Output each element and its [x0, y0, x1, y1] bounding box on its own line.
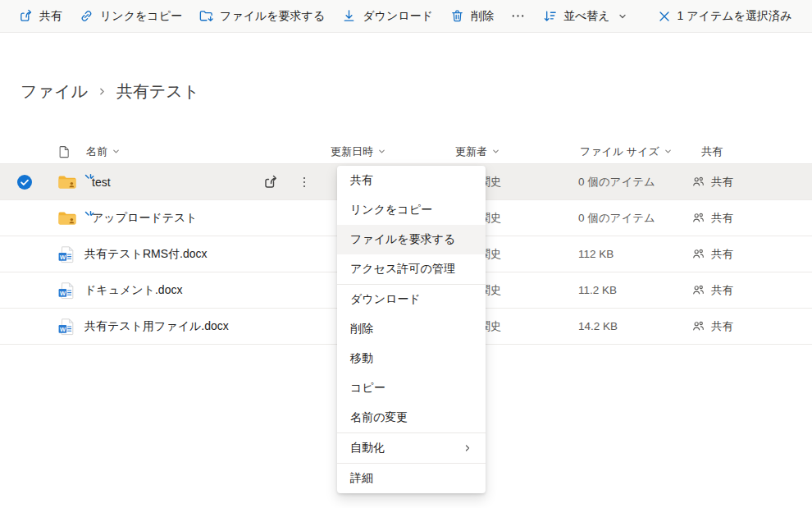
file-name-cell[interactable]: test: [84, 176, 258, 189]
sharing-status-label: 共有: [711, 211, 733, 226]
new-item-badge-icon: [84, 173, 94, 181]
file-name[interactable]: 共有テストRMS付.docx: [84, 247, 208, 262]
people-icon: [691, 283, 705, 297]
file-icon-cell: W: [57, 281, 84, 300]
download-button-label: ダウンロード: [363, 9, 433, 24]
file-name-cell[interactable]: アップロードテスト: [84, 211, 258, 226]
chevron-down-icon: [112, 147, 121, 156]
sharing-cell[interactable]: 共有: [685, 175, 812, 190]
context-menu-item[interactable]: アクセス許可の管理: [337, 254, 486, 284]
people-icon: [691, 175, 705, 189]
context-menu-item[interactable]: ファイルを要求する: [337, 225, 486, 254]
context-menu-item-label: ファイルを要求する: [350, 232, 455, 247]
sharing-cell[interactable]: 共有: [685, 247, 812, 262]
sharing-cell[interactable]: 共有: [685, 211, 812, 226]
context-menu-item-label: リンクをコピー: [350, 203, 432, 217]
people-icon: [691, 211, 705, 225]
column-header-modified[interactable]: 更新日時: [317, 144, 451, 159]
view-options-button[interactable]: [803, 2, 812, 30]
shared-folder-icon: [57, 210, 77, 227]
file-icon-cell: W: [57, 245, 84, 263]
sharing-status-label: 共有: [711, 175, 733, 190]
context-menu-item-label: ダウンロード: [350, 292, 421, 307]
delete-button-label: 削除: [471, 9, 494, 24]
command-bar-right: 並べ替え 1 アイテムを選択済み: [534, 2, 812, 30]
context-menu-item[interactable]: 共有: [337, 166, 486, 195]
file-size-cell: 0 個のアイテム: [570, 175, 685, 190]
delete-button[interactable]: 削除: [441, 2, 502, 30]
row-share-icon[interactable]: [262, 174, 279, 190]
context-menu-item-label: アクセス許可の管理: [350, 262, 455, 277]
chevron-right-icon: [463, 443, 472, 453]
more-commands-button[interactable]: [502, 2, 534, 30]
file-size-cell: 11.2 KB: [570, 284, 685, 296]
command-bar: 共有 リンクをコピー ファイルを要求する ダウンロード 削除 並べ替え 1 アイ…: [0, 0, 812, 33]
chevron-right-icon: [97, 86, 107, 97]
context-menu-item[interactable]: ダウンロード: [337, 285, 486, 314]
share-button[interactable]: 共有: [10, 2, 71, 30]
people-icon: [691, 247, 705, 261]
request-files-button[interactable]: ファイルを要求する: [190, 2, 333, 30]
request-files-icon: [198, 8, 214, 24]
people-icon: [691, 319, 705, 333]
word-document-icon: W: [57, 318, 75, 336]
word-document-icon: W: [57, 281, 75, 300]
selected-check-icon: [16, 174, 33, 190]
context-menu-item[interactable]: 削除: [337, 314, 486, 344]
breadcrumb-current: 共有テスト: [116, 80, 199, 103]
chevron-down-icon: [618, 11, 627, 21]
file-icon-cell: [57, 210, 84, 227]
more-icon: [510, 8, 526, 24]
context-menu-item-label: 名前の変更: [350, 410, 408, 425]
file-name[interactable]: 共有テスト用ファイル.docx: [84, 319, 229, 334]
word-document-icon: W: [57, 245, 75, 263]
sort-button-label: 並べ替え: [563, 9, 610, 24]
row-more-icon[interactable]: [297, 175, 312, 190]
file-name-cell[interactable]: ドキュメント.docx: [84, 283, 258, 298]
svg-text:W: W: [60, 253, 66, 260]
file-icon-cell: [57, 174, 84, 190]
file-name[interactable]: ドキュメント.docx: [84, 283, 182, 298]
file-icon-cell: W: [57, 318, 84, 336]
new-item-badge-icon: [84, 210, 94, 218]
chevron-down-icon: [491, 147, 500, 156]
download-button[interactable]: ダウンロード: [333, 2, 441, 30]
row-hover-actions: [258, 174, 317, 190]
context-menu-item-label: 削除: [350, 322, 373, 336]
breadcrumb-root[interactable]: ファイル: [21, 80, 88, 103]
sharing-status-label: 共有: [711, 283, 733, 298]
context-menu-item-label: 共有: [350, 173, 373, 188]
context-menu-item-label: コピー: [350, 381, 385, 396]
context-menu: 共有 リンクをコピー ファイルを要求する アクセス許可の管理 ダウンロード 削除…: [337, 166, 486, 493]
context-menu-item[interactable]: 名前の変更: [337, 403, 486, 432]
column-header-name[interactable]: 名前: [84, 144, 258, 159]
file-name-cell[interactable]: 共有テストRMS付.docx: [84, 247, 258, 262]
copy-link-button[interactable]: リンクをコピー: [71, 2, 190, 30]
file-type-icon: [57, 144, 84, 160]
request-files-button-label: ファイルを要求する: [220, 9, 325, 24]
column-header-sharing[interactable]: 共有: [685, 144, 812, 159]
sharing-cell[interactable]: 共有: [685, 283, 812, 298]
context-menu-item[interactable]: 自動化: [337, 433, 486, 463]
sort-button[interactable]: 並べ替え: [534, 2, 636, 30]
table-header: 名前 更新日時 更新者 ファイル サイズ 共有: [0, 140, 812, 164]
delete-icon: [449, 8, 465, 24]
file-name-cell[interactable]: 共有テスト用ファイル.docx: [84, 319, 258, 334]
svg-text:W: W: [60, 289, 66, 296]
selection-count-label: 1 アイテムを選択済み: [677, 9, 792, 24]
context-menu-item[interactable]: コピー: [337, 373, 486, 403]
context-menu-item[interactable]: リンクをコピー: [337, 195, 486, 225]
context-menu-item[interactable]: 詳細: [337, 464, 486, 493]
breadcrumb: ファイル 共有テスト: [21, 80, 199, 103]
row-check-cell[interactable]: [0, 174, 57, 190]
chevron-down-icon: [377, 147, 386, 156]
sharing-cell[interactable]: 共有: [685, 319, 812, 334]
file-name[interactable]: アップロードテスト: [92, 211, 198, 226]
sharing-status-label: 共有: [711, 319, 733, 334]
column-header-modified-by[interactable]: 更新者: [451, 144, 570, 159]
file-name[interactable]: test: [92, 176, 111, 189]
context-menu-item[interactable]: 移動: [337, 344, 486, 373]
column-header-file-size[interactable]: ファイル サイズ: [570, 144, 685, 159]
copy-link-button-label: リンクをコピー: [100, 9, 182, 24]
clear-selection-button[interactable]: 1 アイテムを選択済み: [649, 2, 801, 30]
